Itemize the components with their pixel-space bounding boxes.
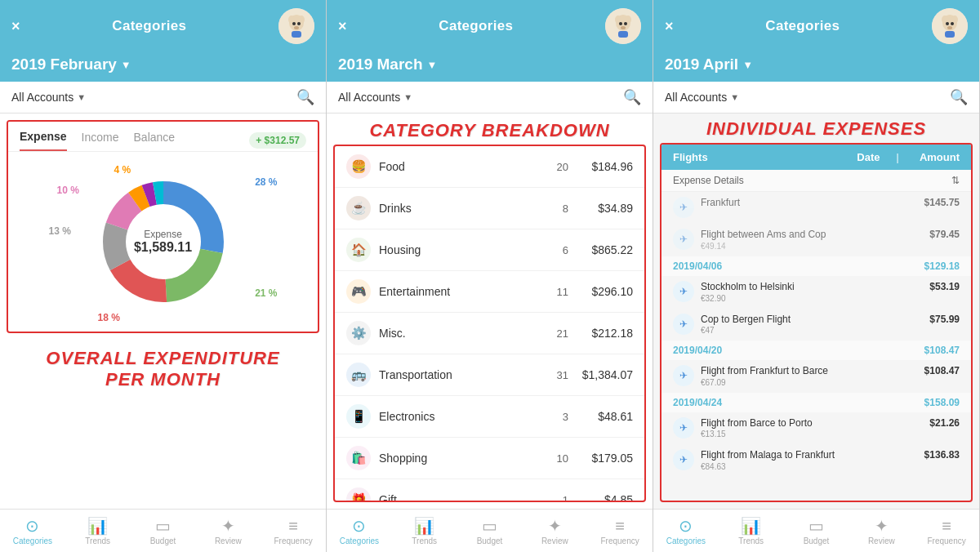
nav-categories-1[interactable]: ⊙ Categories bbox=[0, 514, 65, 547]
donut-chart-area: Expense $1,589.11 28 % 21 % 18 % 13 % 10… bbox=[8, 152, 318, 332]
panel3-body: Flights Date | Amount Expense Details ⇅ … bbox=[653, 143, 979, 509]
svg-rect-7 bbox=[292, 31, 301, 38]
expense-entry[interactable]: ✈ Flight from Barce to Porto €13.15 $21.… bbox=[662, 412, 971, 445]
date-label-1: 2019 February bbox=[11, 56, 117, 73]
annotation-text-1: Overall Expenditureper month bbox=[11, 348, 314, 391]
tab-balance[interactable]: Balance bbox=[134, 131, 176, 150]
budget-icon-1: ▭ bbox=[155, 516, 171, 536]
close-button-2[interactable]: × bbox=[338, 18, 347, 35]
exp-icon: ✈ bbox=[673, 314, 694, 335]
categories-icon-3: ⊙ bbox=[679, 516, 693, 536]
date-row-2[interactable]: 2019 March ▼ bbox=[327, 52, 653, 82]
nav-frequency-1[interactable]: ≡ Frequency bbox=[261, 515, 326, 547]
nav-frequency-3[interactable]: ≡ Frequency bbox=[914, 515, 979, 547]
account-selector-2[interactable]: All Accounts ▼ bbox=[338, 91, 412, 104]
panel-april: × Categories 2019 April ▼ All Accounts ▼… bbox=[653, 0, 980, 552]
category-row[interactable]: 🎁 Gift 1 $4.85 bbox=[335, 479, 644, 501]
sort-icon[interactable]: ⇅ bbox=[951, 175, 960, 186]
nav-categories-3[interactable]: ⊙ Categories bbox=[653, 514, 719, 547]
search-button-3[interactable]: 🔍 bbox=[950, 88, 968, 106]
frequency-label-2: Frequency bbox=[600, 536, 639, 545]
account-selector-1[interactable]: All Accounts ▼ bbox=[11, 91, 86, 104]
expense-entry-partial[interactable]: ✈ Frankfurt $145.75 bbox=[662, 192, 971, 224]
category-row[interactable]: ☕ Drinks 8 $34.89 bbox=[335, 188, 644, 229]
categories-icon-1: ⊙ bbox=[25, 516, 39, 536]
account-label-2: All Accounts bbox=[338, 91, 400, 104]
category-row[interactable]: ⚙️ Misc. 21 $212.18 bbox=[335, 313, 644, 354]
avatar-2 bbox=[605, 8, 641, 44]
trends-icon-3: 📊 bbox=[741, 516, 761, 536]
frequency-label-1: Frequency bbox=[274, 536, 312, 545]
date-row-1[interactable]: 2019 February ▼ bbox=[0, 52, 326, 82]
nav-review-1[interactable]: ✦ Review bbox=[195, 514, 261, 547]
expense-entry-partial[interactable]: ✈ Flight between Ams and Cop €49.14 $79.… bbox=[662, 224, 971, 256]
nav-review-2[interactable]: ✦ Review bbox=[522, 514, 587, 547]
nav-budget-3[interactable]: ▭ Budget bbox=[784, 514, 849, 547]
cat-name: Shopping bbox=[379, 452, 544, 465]
annotation-box-2: CATEGORY BREAKDOWN bbox=[327, 114, 653, 145]
nav-trends-3[interactable]: 📊 Trends bbox=[719, 514, 784, 547]
svg-point-4 bbox=[292, 22, 296, 25]
expense-entry[interactable]: ✈ Stockholm to Helsinki €32.90 $53.19 bbox=[662, 276, 971, 309]
cat-amount: $48.61 bbox=[580, 410, 633, 423]
category-row[interactable]: 🏠 Housing 6 $865.22 bbox=[335, 229, 644, 271]
balance-badge: + $312.57 bbox=[249, 132, 306, 149]
expense-date: 2019/04/24 bbox=[673, 397, 722, 408]
flights-header: Flights Date | Amount bbox=[662, 145, 971, 170]
expense-details-row: Expense Details ⇅ bbox=[662, 170, 971, 192]
nav-trends-1[interactable]: 📊 Trends bbox=[65, 514, 131, 547]
account-selector-3[interactable]: All Accounts ▼ bbox=[665, 91, 739, 104]
exp-amount: $108.47 bbox=[924, 365, 960, 376]
nav-review-3[interactable]: ✦ Review bbox=[849, 514, 914, 547]
svg-point-30 bbox=[946, 22, 949, 25]
close-button-1[interactable]: × bbox=[11, 18, 20, 35]
cat-icon: 🚌 bbox=[346, 363, 371, 387]
flights-col-divider: | bbox=[896, 151, 899, 163]
account-caret-3: ▼ bbox=[730, 92, 739, 102]
flights-col-date: Date bbox=[844, 151, 893, 163]
expense-entry[interactable]: ✈ Flight from Malaga to Frankfurt €84.63… bbox=[662, 444, 971, 477]
cat-amount: $1,384.07 bbox=[580, 368, 633, 381]
nav-categories-2[interactable]: ⊙ Categories bbox=[327, 514, 392, 547]
review-icon-3: ✦ bbox=[875, 516, 889, 536]
svg-point-31 bbox=[951, 22, 954, 25]
category-row[interactable]: 🛍️ Shopping 10 $179.05 bbox=[335, 438, 644, 479]
cat-count: 10 bbox=[544, 452, 568, 465]
tab-income[interactable]: Income bbox=[82, 131, 119, 150]
panel-march: × Categories 2019 March ▼ All Accounts ▼… bbox=[327, 0, 653, 552]
donut-center-label: Expense $1,589.11 bbox=[134, 229, 192, 255]
nav-budget-2[interactable]: ▭ Budget bbox=[457, 514, 523, 547]
expense-date: 2019/04/06 bbox=[673, 260, 722, 272]
trends-icon-1: 📊 bbox=[87, 516, 108, 536]
category-row[interactable]: 📱 Electronics 3 $48.61 bbox=[335, 396, 644, 438]
date-caret-1: ▼ bbox=[121, 59, 131, 71]
search-button-2[interactable]: 🔍 bbox=[623, 88, 641, 106]
category-row[interactable]: 🎮 Entertainment 11 $296.10 bbox=[335, 271, 644, 313]
account-row-3: All Accounts ▼ 🔍 bbox=[653, 82, 979, 114]
expense-entry[interactable]: ✈ Cop to Bergen Flight €47 $75.99 bbox=[662, 309, 971, 341]
trends-label-1: Trends bbox=[85, 536, 110, 545]
date-row-3[interactable]: 2019 April ▼ bbox=[653, 52, 979, 82]
review-label-2: Review bbox=[541, 536, 568, 545]
cat-name: Drinks bbox=[379, 202, 544, 215]
nav-frequency-2[interactable]: ≡ Frequency bbox=[587, 515, 653, 547]
nav-trends-2[interactable]: 📊 Trends bbox=[392, 514, 457, 547]
frequency-icon-1: ≡ bbox=[288, 517, 298, 536]
review-icon-2: ✦ bbox=[548, 516, 562, 536]
cat-amount: $296.10 bbox=[580, 285, 633, 298]
tab-expense[interactable]: Expense bbox=[20, 130, 67, 151]
title-3: Categories bbox=[765, 18, 840, 34]
category-row[interactable]: 🍔 Food 20 $184.96 bbox=[335, 146, 644, 188]
close-button-3[interactable]: × bbox=[665, 18, 674, 35]
expense-entry[interactable]: ✈ Flight from Frankfurt to Barce €67.09 … bbox=[662, 360, 971, 393]
exp-orig: €32.90 bbox=[701, 294, 929, 303]
nav-budget-1[interactable]: ▭ Budget bbox=[131, 514, 196, 547]
category-breakdown-box: 🍔 Food 20 $184.96 ☕ Drinks 8 $34.89 🏠 Ho… bbox=[333, 145, 646, 502]
account-caret-1: ▼ bbox=[77, 92, 86, 102]
search-button-1[interactable]: 🔍 bbox=[296, 88, 314, 106]
category-row[interactable]: 🚌 Transportation 31 $1,384.07 bbox=[335, 354, 644, 396]
title-1: Categories bbox=[112, 18, 186, 34]
budget-icon-3: ▭ bbox=[808, 516, 824, 536]
trends-icon-2: 📊 bbox=[414, 516, 434, 536]
exp-amount: $75.99 bbox=[929, 314, 960, 325]
